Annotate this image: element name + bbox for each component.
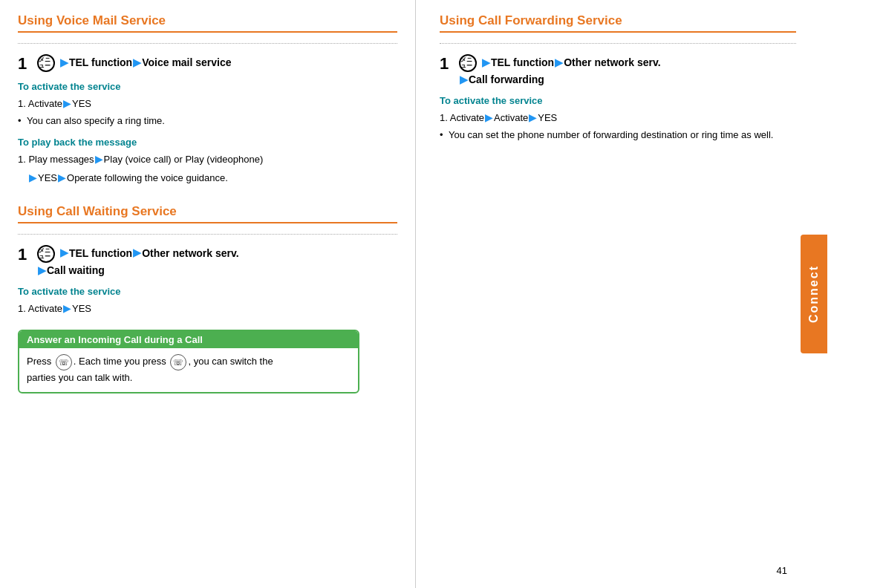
call-forwarding-step-content: メニュー ▶TEL function▶Other network serv. ▶… — [459, 54, 661, 88]
voice-mail-title: Using Voice Mail Service — [18, 13, 397, 33]
menu-icon-2: メニュー — [37, 245, 55, 263]
answer-box-header: Answer an Incoming Call during a Call — [19, 331, 358, 348]
arrow-cw-1: ▶ — [60, 246, 68, 258]
arrow-1a: ▶ — [60, 56, 68, 68]
arrow-cf-1: ▶ — [482, 56, 490, 68]
step-number-3: 1 — [440, 54, 454, 74]
divider-1 — [18, 43, 397, 44]
voice-mail-playback-line1: 1. Play messages▶Play (voice call) or Pl… — [18, 151, 397, 168]
call-forwarding-step: 1 メニュー ▶TEL function▶Other network serv.… — [440, 54, 814, 88]
side-tab: Connect — [796, 0, 832, 588]
arrow-act-1: ▶ — [63, 97, 71, 109]
step-tel-function-3: TEL function — [491, 56, 554, 68]
phone-icon-2: ☏ — [170, 354, 186, 370]
voice-mail-activate-bullet: You can also specify a ring time. — [18, 114, 397, 129]
menu-icon-3: メニュー — [459, 54, 477, 72]
call-forwarding-activate-bullet: You can set the phone number of forwardi… — [440, 128, 814, 143]
answer-box: Answer an Incoming Call during a Call Pr… — [18, 330, 359, 393]
call-waiting-activate-line1: 1. Activate▶YES — [18, 300, 397, 317]
call-forwarding-activate-heading: To activate the service — [440, 95, 814, 106]
arrow-cf-act-1: ▶ — [485, 111, 493, 123]
arrow-cw-act-1: ▶ — [63, 302, 71, 314]
side-tab-text: Connect — [807, 265, 821, 323]
call-waiting-activate-heading: To activate the service — [18, 286, 397, 297]
step-number-1: 1 — [18, 54, 33, 74]
step-other-network-1: Other network serv. — [142, 246, 238, 258]
step-tel-function-2: TEL function — [69, 246, 132, 258]
call-waiting-title: Using Call Waiting Service — [18, 204, 397, 223]
call-waiting-step: 1 メニュー ▶TEL function▶Other network serv.… — [18, 245, 397, 278]
voice-mail-step: 1 メニュー ▶TEL function▶Voice mail service — [18, 54, 397, 74]
step-call-forwarding: Call forwarding — [469, 74, 544, 85]
voice-mail-section: Using Voice Mail Service 1 メニュー ▶TEL fun… — [18, 13, 397, 186]
arrow-play-2: ▶ — [29, 172, 37, 183]
voice-mail-activate-line1: 1. Activate▶YES — [18, 95, 397, 112]
answer-box-body: Press ☏. Each time you press ☏, you can … — [19, 348, 358, 392]
voice-mail-activate-heading: To activate the service — [18, 81, 397, 92]
divider-2 — [18, 234, 397, 235]
arrow-1b: ▶ — [133, 56, 141, 68]
step-tel-function-1: TEL function — [69, 56, 132, 68]
step-voice-mail: Voice mail service — [142, 56, 231, 68]
call-forwarding-activate-line1: 1. Activate▶Activate▶YES — [440, 109, 814, 126]
arrow-cw-2: ▶ — [133, 246, 141, 258]
divider-3 — [440, 43, 814, 44]
call-forwarding-section: Using Call Forwarding Service 1 メニュー ▶TE… — [440, 13, 814, 143]
page-number: 41 — [777, 565, 787, 576]
arrow-play-1: ▶ — [95, 153, 103, 165]
call-waiting-section: Using Call Waiting Service 1 メニュー ▶TEL f… — [18, 204, 397, 394]
step-number-2: 1 — [18, 245, 33, 264]
page-container: Using Voice Mail Service 1 メニュー ▶TEL fun… — [0, 0, 883, 588]
arrow-cf-2: ▶ — [555, 56, 563, 68]
phone-icon-1: ☏ — [56, 354, 72, 370]
arrow-play-3: ▶ — [58, 172, 66, 183]
left-column: Using Voice Mail Service 1 メニュー ▶TEL fun… — [0, 0, 416, 588]
voice-mail-playback-heading: To play back the message — [18, 137, 397, 148]
step-other-network-2: Other network serv. — [564, 56, 660, 68]
call-waiting-step-content: メニュー ▶TEL function▶Other network serv. ▶… — [37, 245, 239, 278]
side-tab-inner: Connect — [801, 235, 827, 353]
voice-mail-step-content: メニュー ▶TEL function▶Voice mail service — [37, 54, 232, 72]
arrow-cf-3: ▶ — [460, 74, 468, 85]
menu-icon-1: メニュー — [37, 54, 55, 72]
arrow-cw-3: ▶ — [38, 264, 46, 276]
right-column: Using Call Forwarding Service 1 メニュー ▶TE… — [416, 0, 832, 588]
step-call-waiting: Call waiting — [47, 264, 105, 276]
arrow-cf-act-2: ▶ — [529, 111, 537, 123]
call-forwarding-title: Using Call Forwarding Service — [440, 13, 814, 33]
voice-mail-playback-line2: ▶YES▶Operate following the voice guidanc… — [18, 169, 397, 186]
